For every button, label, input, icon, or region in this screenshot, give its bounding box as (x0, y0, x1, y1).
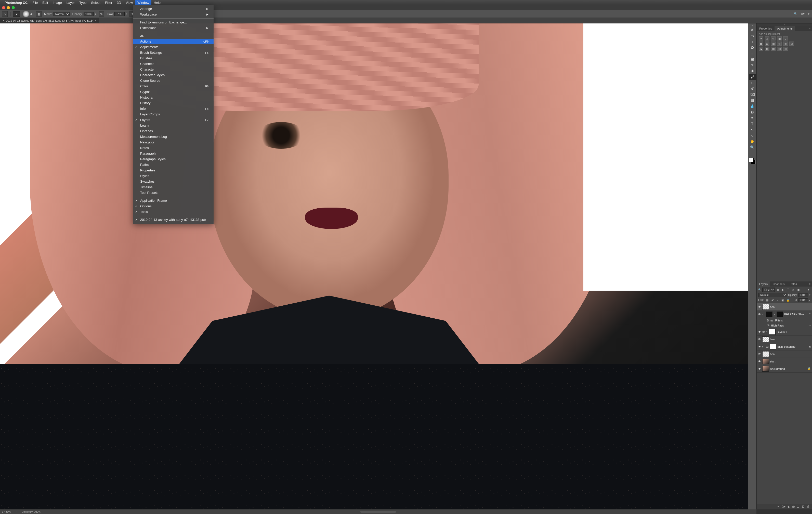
lock-transparency-icon[interactable]: ▦ (765, 298, 770, 302)
layer-row[interactable]: 👁heal (757, 351, 812, 358)
layer-row[interactable]: 👁▾⚭PHLEARN Sharpen +1⌃ (757, 311, 812, 318)
menu-item-libraries[interactable]: Libraries (133, 128, 213, 134)
menu-item-learn[interactable]: Learn (133, 123, 213, 128)
blend-mode-select[interactable]: Normal (758, 293, 787, 297)
dodge-tool[interactable]: ◐ (749, 109, 756, 115)
lasso-tool[interactable]: ⌇ (749, 39, 756, 44)
layer-thumbnail[interactable] (762, 336, 769, 342)
menu-item-character[interactable]: Character (133, 67, 213, 72)
healing-tool[interactable]: ✚ (749, 68, 756, 74)
tab-adjustments[interactable]: Adjustments (775, 26, 795, 31)
layer-name[interactable]: Background (770, 367, 806, 370)
menu-item-timeline[interactable]: Timeline (133, 184, 213, 190)
menu-type[interactable]: Type (77, 0, 89, 5)
visibility-toggle[interactable]: 👁 (758, 312, 761, 316)
layer-name[interactable]: heal (770, 338, 811, 341)
visibility-toggle[interactable]: 👁 (758, 330, 761, 334)
move-tool[interactable]: ✥ (749, 27, 756, 33)
vibrance-icon[interactable]: ▽ (783, 36, 788, 40)
panel-menu-icon[interactable]: ≡ (807, 26, 812, 31)
flow-input[interactable] (114, 12, 125, 16)
mask-thumbnail[interactable] (770, 344, 776, 350)
collapse-smart-icon[interactable]: ⌃ (809, 312, 811, 316)
close-window-button[interactable] (2, 6, 5, 9)
more-tool[interactable]: ⋯ (749, 150, 756, 156)
layer-name[interactable]: Levels 1 (777, 330, 811, 333)
layer-name[interactable]: Smart Filters (767, 319, 811, 322)
add-mask-icon[interactable]: ◐ (787, 505, 790, 508)
path-select-tool[interactable]: ↖ (749, 127, 756, 132)
color-balance-icon[interactable]: ⚖ (765, 41, 770, 46)
bw-icon[interactable]: ◨ (771, 41, 776, 46)
menu-item-options[interactable]: ✓Options (133, 204, 213, 209)
search-icon[interactable]: 🔍 (794, 12, 798, 16)
brush-panel-toggle[interactable]: ▦ (36, 11, 41, 17)
layer-row[interactable]: 👁start (757, 358, 812, 365)
close-tab-icon[interactable]: × (3, 19, 4, 23)
fill-input[interactable] (799, 298, 808, 302)
zoom-readout[interactable]: 37.39% (2, 510, 11, 513)
zoom-tool[interactable]: 🔍 (749, 144, 756, 150)
clone-stamp-tool[interactable]: ⎌ (749, 80, 756, 86)
hue-sat-icon[interactable]: ▦ (759, 41, 763, 46)
visibility-toggle[interactable]: 👁 (758, 360, 761, 363)
document-tab[interactable]: × 2019-04-13-ashley-with-sony-a7r-iii313… (0, 18, 98, 23)
blend-mode-select[interactable]: Normal (53, 12, 70, 16)
foreground-color-swatch[interactable] (749, 158, 754, 162)
menu-item-layers[interactable]: ✓LayersF7 (133, 117, 213, 123)
minimize-window-button[interactable] (7, 6, 10, 9)
layer-name[interactable]: PHLEARN Sharpen +1 (784, 313, 808, 316)
menu-item-paragraph[interactable]: Paragraph (133, 151, 213, 156)
layer-name[interactable]: start (770, 360, 811, 363)
filter-toggle-icon[interactable]: ● (806, 288, 810, 292)
type-tool[interactable]: T (749, 121, 756, 127)
color-swatches[interactable] (749, 158, 756, 164)
menu-item-info[interactable]: InfoF8 (133, 106, 213, 112)
color-lookup-icon[interactable]: ⊡ (789, 41, 794, 46)
layer-row[interactable]: 👁Background🔒 (757, 365, 812, 373)
collapse-panels-icon[interactable]: » (757, 24, 812, 26)
menu-item-arrange[interactable]: Arrange▶ (133, 6, 213, 12)
layer-row[interactable]: 👁heal (757, 336, 812, 343)
layer-opacity-input[interactable] (799, 293, 808, 297)
menu-item-brush-settings[interactable]: Brush SettingsF5 (133, 50, 213, 56)
layer-name[interactable]: Skin Softening (777, 345, 807, 348)
expand-tools-icon[interactable]: « (748, 25, 756, 27)
menu-item-history[interactable]: History (133, 100, 213, 106)
menu-item-tools[interactable]: ✓Tools (133, 209, 213, 215)
filter-shape-icon[interactable]: ▱ (791, 288, 795, 292)
filter-options-icon[interactable]: ≡ (809, 324, 811, 327)
zoom-chevron-icon[interactable]: › (16, 510, 17, 513)
menu-select[interactable]: Select (89, 0, 103, 5)
menu-view[interactable]: View (123, 0, 135, 5)
selective-color-icon[interactable]: ▧ (777, 47, 782, 51)
filter-adjust-icon[interactable]: ◐ (781, 288, 785, 292)
menu-item-application-frame[interactable]: ✓Application Frame (133, 198, 213, 204)
visibility-toggle[interactable]: 👁 (758, 305, 761, 309)
lock-position-icon[interactable]: ↔ (776, 298, 780, 302)
new-layer-icon[interactable]: 🗋 (802, 505, 805, 508)
invert-icon[interactable]: ◪ (759, 47, 763, 51)
menu-item-find-extensions-on-exchange-[interactable]: Find Extensions on Exchange... (133, 20, 213, 25)
menu-item-channels[interactable]: Channels (133, 61, 213, 67)
lock-artboard-icon[interactable]: ▣ (781, 298, 785, 302)
zoom-window-button[interactable] (12, 6, 15, 9)
menu-item-2019-04-13-ashley-with-sony-a7r-iii3138-psb[interactable]: ✓2019-04-13-ashley-with-sony-a7r-iii3138… (133, 217, 213, 222)
lock-pixels-icon[interactable]: 🖌 (771, 298, 775, 302)
menu-item-properties[interactable]: Properties (133, 168, 213, 173)
menu-edit[interactable]: Edit (40, 0, 50, 5)
status-chevron-icon[interactable]: › (46, 510, 47, 513)
layer-name[interactable]: High Pass (771, 324, 808, 327)
menu-item-brushes[interactable]: Brushes (133, 56, 213, 61)
history-brush-tool[interactable]: ↺ (749, 86, 756, 91)
mask-thumbnail[interactable] (777, 311, 783, 317)
brightness-contrast-icon[interactable]: ☀ (759, 36, 763, 40)
layer-thumbnail[interactable] (769, 329, 776, 335)
threshold-icon[interactable]: ▩ (771, 47, 776, 51)
workspace-icon[interactable]: ▭▾ (801, 12, 805, 16)
menu-item-navigator[interactable]: Navigator (133, 140, 213, 145)
menu-3d[interactable]: 3D (115, 0, 124, 5)
lock-all-icon[interactable]: 🔒 (786, 298, 790, 302)
visibility-toggle[interactable]: 👁 (758, 352, 761, 356)
photo-filter-icon[interactable]: ◎ (777, 41, 782, 46)
